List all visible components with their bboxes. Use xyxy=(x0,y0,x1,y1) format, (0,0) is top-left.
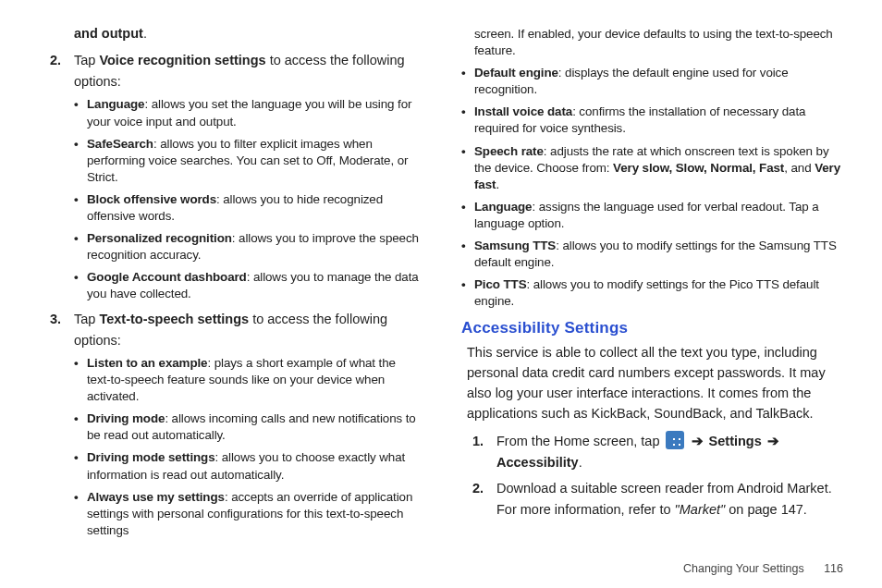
list-item: •Google Account dashboard: allows you to… xyxy=(74,269,421,302)
continuation-fragment: and output. xyxy=(74,26,421,41)
numbered-step: 1. From the Home screen, tap ➔ Settings … xyxy=(472,431,843,472)
list-item: •SafeSearch: allows you to filter explic… xyxy=(74,136,421,186)
arrow-icon: ➔ xyxy=(766,434,781,448)
options-label: options: xyxy=(74,333,421,348)
step-body: Download a suitable screen reader from A… xyxy=(496,478,843,520)
voice-rec-bullet-list: •Language: allows you set the language y… xyxy=(74,96,421,302)
numbered-step: 3. Tap Text-to-speech settings to access… xyxy=(50,309,421,329)
step-number: 1. xyxy=(472,431,496,472)
step-number: 2. xyxy=(50,50,74,70)
footer-page-number: 116 xyxy=(824,562,843,575)
document-page: and output. 2. Tap Voice recognition set… xyxy=(0,0,882,588)
step-body: Tap Voice recognition settings to access… xyxy=(74,50,421,70)
step-number: 2. xyxy=(472,478,496,520)
list-item: •Speech rate: adjusts the rate at which … xyxy=(461,143,843,193)
list-item: •Listen to an example: plays a short exa… xyxy=(74,355,421,405)
page-footer: Changing Your Settings 116 xyxy=(683,562,843,575)
options-label: options: xyxy=(74,74,421,89)
section-heading-accessibility: Accessibility Settings xyxy=(461,319,843,337)
list-item: •Default engine: displays the default en… xyxy=(461,65,843,98)
footer-section: Changing Your Settings xyxy=(683,562,804,575)
list-item: •Samsung TTS: allows you to modify setti… xyxy=(461,238,843,271)
list-item: •Pico TTS: allows you to modify settings… xyxy=(461,276,843,310)
tts-bullet-list-a: •Listen to an example: plays a short exa… xyxy=(74,355,421,539)
carryover-text: screen. If enabled, your device defaults… xyxy=(474,26,843,59)
apps-grid-icon xyxy=(666,431,684,449)
list-item: •Driving mode: allows incoming calls and… xyxy=(74,410,421,444)
list-item: •Personalized recognition: allows you to… xyxy=(74,230,421,263)
step-body: Tap Text-to-speech settings to access th… xyxy=(74,309,421,329)
list-item: •Language: allows you set the language y… xyxy=(74,96,421,129)
numbered-step: 2. Tap Voice recognition settings to acc… xyxy=(50,50,421,70)
step-number: 3. xyxy=(50,309,74,329)
arrow-icon: ➔ xyxy=(690,434,705,448)
list-item: •Block offensive words: allows you to hi… xyxy=(74,191,421,225)
list-item: •Driving mode settings: allows you to ch… xyxy=(74,449,421,483)
accessibility-paragraph: This service is able to collect all the … xyxy=(467,343,843,423)
left-column: and output. 2. Tap Voice recognition set… xyxy=(39,26,441,570)
list-item: •Language: assigns the language used for… xyxy=(461,199,843,232)
step-body: From the Home screen, tap ➔ Settings ➔ A… xyxy=(496,431,843,472)
list-item: •Install voice data: confirms the instal… xyxy=(461,104,843,137)
numbered-step: 2. Download a suitable screen reader fro… xyxy=(472,478,843,520)
tts-bullet-list-b: •Default engine: displays the default en… xyxy=(461,65,843,310)
right-column: screen. If enabled, your device defaults… xyxy=(441,26,843,570)
list-item: •Always use my settings: accepts an over… xyxy=(74,489,421,539)
